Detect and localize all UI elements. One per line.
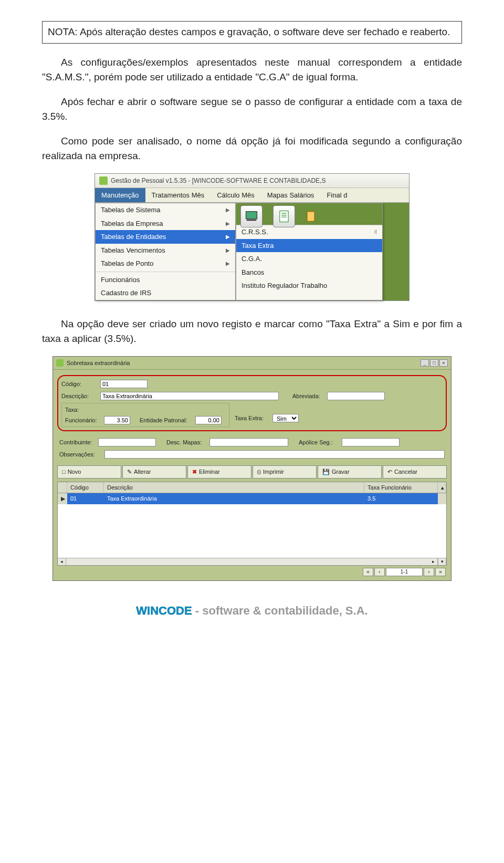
- svg-rect-0: [246, 212, 257, 219]
- dd-label: Tabelas de Entidades: [101, 232, 166, 242]
- sub-taxa-extra[interactable]: Taxa Extra: [236, 239, 382, 253]
- scroll-left-button[interactable]: ◂: [58, 558, 66, 565]
- input-observacoes[interactable]: [104, 450, 445, 459]
- dd-funcionarios[interactable]: Funcionários: [96, 273, 235, 287]
- submenu: C.R.S.S. it Taxa Extra C.G.A. Bancos Ins…: [236, 203, 383, 300]
- dd-label: Tabelas de Ponto: [101, 258, 153, 269]
- paragraph-1: As configurações/exemplos apresentados n…: [42, 55, 462, 85]
- dd-label: Tabelas Vencimentos: [101, 245, 165, 256]
- note-text: NOTA: Após alteração destes campos e gra…: [48, 26, 450, 37]
- pager-next-button[interactable]: ›: [424, 568, 434, 576]
- toolbar-icon-monitor[interactable]: [240, 205, 262, 227]
- save-icon: 💾: [322, 467, 330, 476]
- sub-label: Bancos: [242, 267, 264, 278]
- input-entidade-patronal[interactable]: [195, 416, 222, 424]
- sub-label: Taxa Extra: [242, 241, 274, 251]
- label-desc-mapas: Desc. Mapas:: [166, 438, 206, 447]
- grid-hscroll[interactable]: ◂ ▸ ▾: [58, 558, 446, 565]
- cell-taxa: 3.5: [364, 493, 438, 504]
- menu-calculo[interactable]: Cálculo Mês: [211, 188, 261, 203]
- highlighted-area: Código: Descrição: Abreviada: Taxa: Func…: [57, 375, 447, 431]
- note-box: NOTA: Após alteração destes campos e gra…: [42, 21, 462, 44]
- dd-label: Funcionários: [101, 275, 140, 285]
- col-codigo[interactable]: Código: [67, 482, 104, 493]
- scroll-down-button[interactable]: ▾: [438, 558, 446, 565]
- menubar[interactable]: Manutenção Tratamentos Mês Cálculo Mês M…: [95, 188, 409, 203]
- dd-tabelas-entidades[interactable]: Tabelas de Entidades ▶: [96, 230, 235, 244]
- dropdown-menu: Tabelas de Sistema ▶ Tabelas da Empresa …: [95, 203, 236, 300]
- app-icon: [99, 176, 108, 185]
- input-abreviada[interactable]: [327, 392, 385, 400]
- sub-label: C.G.A.: [242, 254, 262, 264]
- menu-tratamentos[interactable]: Tratamentos Mês: [145, 188, 211, 203]
- pager-prev-button[interactable]: ‹: [374, 568, 385, 576]
- input-desc-mapas[interactable]: [209, 438, 288, 446]
- cancelar-button[interactable]: ↶Cancelar: [383, 465, 447, 479]
- label-taxa-extra: Taxa Extra:: [235, 414, 269, 423]
- dd-tabelas-vencimentos[interactable]: Tabelas Vencimentos ▶: [96, 244, 235, 257]
- chevron-right-icon: ▶: [226, 259, 230, 267]
- window-title: Gestão de Pessoal v1.5.35 - [WINCODE-SOF…: [111, 176, 326, 185]
- screenshot-menu: Gestão de Pessoal v1.5.35 - [WINCODE-SOF…: [94, 173, 410, 301]
- menu-mapas[interactable]: Mapas Salários: [261, 188, 321, 203]
- eliminar-button[interactable]: ✖Eliminar: [187, 465, 251, 479]
- pager: « ‹ 1-1 › »: [53, 566, 451, 580]
- label-taxa: Taxa:: [65, 405, 226, 414]
- dd-tabelas-ponto[interactable]: Tabelas de Ponto ▶: [96, 257, 235, 271]
- label-abreviada: Abreviada:: [292, 392, 324, 401]
- pager-first-button[interactable]: «: [363, 568, 373, 576]
- gravar-button[interactable]: 💾Gravar: [318, 465, 382, 479]
- partial-text: it: [374, 228, 377, 236]
- col-descricao[interactable]: Descrição: [104, 482, 364, 493]
- scroll-right-button[interactable]: ▸: [429, 558, 438, 565]
- input-contribuinte[interactable]: [98, 438, 156, 446]
- alterar-button[interactable]: ✎Alterar: [122, 465, 186, 479]
- chevron-right-icon: ▶: [226, 206, 230, 214]
- chevron-right-icon: ▶: [226, 233, 230, 241]
- button-row: □Novo ✎Alterar ✖Eliminar ⎙Imprimir 💾Grav…: [53, 462, 451, 482]
- close-button[interactable]: ×: [439, 359, 448, 367]
- footer-brand: WINCODE - software & contabilidade, S.A.: [42, 602, 462, 619]
- grid-header: Código Descrição Taxa Funcionário ▴: [58, 482, 446, 494]
- label-apolice: Apólice Seg.:: [299, 438, 339, 447]
- sub-label: C.R.S.S.: [242, 227, 268, 237]
- maximize-button[interactable]: □: [430, 359, 438, 367]
- sub-cga[interactable]: C.G.A.: [236, 252, 382, 266]
- cell-codigo: 01: [67, 493, 104, 504]
- menu-separator: [96, 272, 235, 272]
- menu-manutencao[interactable]: Manutenção: [95, 188, 145, 203]
- edit-icon: ✎: [127, 467, 132, 476]
- menu-final[interactable]: Final d: [320, 188, 353, 203]
- label-descricao: Descrição:: [61, 392, 97, 401]
- app-icon: [56, 359, 64, 367]
- new-icon: □: [62, 467, 66, 476]
- input-descricao[interactable]: [100, 392, 279, 400]
- svg-rect-1: [280, 211, 288, 222]
- scroll-up-button[interactable]: ▴: [438, 482, 446, 493]
- sub-instituto[interactable]: Instituto Regulador Trabalho: [236, 279, 382, 293]
- novo-button[interactable]: □Novo: [57, 465, 121, 479]
- sub-label: Instituto Regulador Trabalho: [242, 280, 327, 291]
- input-funcionario[interactable]: [104, 416, 130, 424]
- dd-tabelas-empresa[interactable]: Tabelas da Empresa ▶: [96, 217, 235, 231]
- dd-cadastro-irs[interactable]: Cadastro de IRS: [96, 286, 235, 300]
- chevron-right-icon: ▶: [226, 220, 230, 227]
- dd-tabelas-sistema[interactable]: Tabelas de Sistema ▶: [96, 203, 235, 217]
- screenshot-form: Sobretaxa extraordinária _ □ × Código: D…: [52, 356, 452, 581]
- dd-label: Tabelas da Empresa: [101, 219, 163, 229]
- input-codigo[interactable]: [100, 380, 148, 388]
- paragraph-3: Como pode ser analisado, o nome dá opção…: [42, 134, 462, 164]
- toolbar-icon-partial[interactable]: [306, 205, 316, 227]
- grid-row-selected[interactable]: ▶ 01 Taxa Extraordinária 3.5: [58, 493, 446, 504]
- footer-dash: -: [192, 604, 203, 617]
- minimize-button[interactable]: _: [421, 359, 429, 367]
- select-taxa-extra[interactable]: Sim: [272, 414, 299, 422]
- col-taxa[interactable]: Taxa Funcionário: [364, 482, 438, 493]
- input-apolice[interactable]: [342, 438, 400, 446]
- imprimir-button[interactable]: ⎙Imprimir: [253, 465, 317, 479]
- pager-last-button[interactable]: »: [435, 568, 446, 576]
- sub-bancos[interactable]: Bancos: [236, 266, 382, 279]
- toolbar-icon-document[interactable]: [273, 205, 295, 227]
- label-observacoes: Observações:: [59, 450, 101, 459]
- label-entidade-patronal: Entidade Patronal:: [140, 416, 192, 425]
